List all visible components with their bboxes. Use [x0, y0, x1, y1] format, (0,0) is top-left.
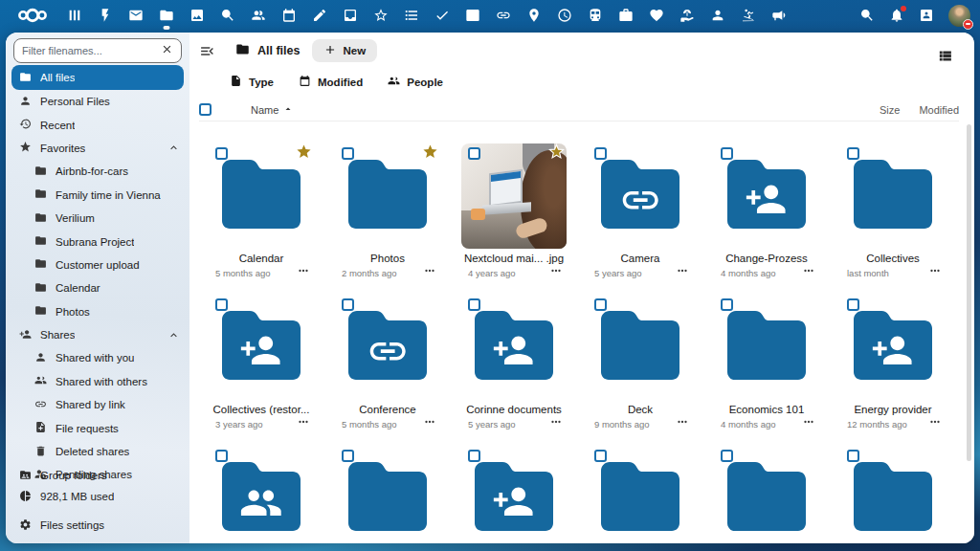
file-actions-menu[interactable] — [549, 415, 563, 429]
modified-column-label[interactable]: Modified — [919, 104, 959, 116]
folder-tile[interactable]: Change-Prozess4 months ago — [703, 140, 830, 291]
sidebar-item-shared-with-you[interactable]: Shared with you — [6, 346, 189, 369]
select-checkbox[interactable] — [468, 298, 480, 311]
photos-app-icon[interactable] — [189, 8, 205, 23]
select-checkbox[interactable] — [721, 298, 733, 311]
activity-app-icon[interactable] — [98, 8, 113, 23]
calendar-app-icon[interactable] — [281, 8, 297, 23]
file-actions-menu[interactable] — [297, 415, 310, 429]
filter-input[interactable] — [22, 45, 155, 56]
mail-app-icon[interactable] — [128, 8, 144, 23]
sidebar-item-recent[interactable]: Recent — [6, 113, 189, 136]
file-actions-menu[interactable] — [549, 264, 563, 277]
folder-tile[interactable]: Energy provider12 months ago — [830, 291, 956, 442]
sustainability-app-icon[interactable] — [679, 8, 695, 23]
user-avatar[interactable] — [948, 5, 970, 27]
transit-app-icon[interactable] — [588, 8, 603, 23]
sidebar-item-shared-by-link[interactable]: Shared by link — [6, 393, 189, 416]
breadcrumb[interactable]: All files — [235, 42, 300, 59]
file-actions-menu[interactable] — [928, 264, 942, 277]
folder-tile[interactable] — [830, 442, 956, 543]
notes-app-icon[interactable] — [312, 8, 327, 23]
sidebar-item-files-settings[interactable]: Files settings — [6, 513, 189, 538]
dashboard-app-icon[interactable] — [67, 8, 82, 23]
select-checkbox[interactable] — [468, 450, 480, 462]
select-checkbox[interactable] — [594, 450, 607, 462]
select-checkbox[interactable] — [342, 298, 354, 311]
select-checkbox[interactable] — [342, 450, 354, 462]
scrollbar[interactable] — [967, 124, 971, 461]
select-checkbox[interactable] — [721, 147, 733, 160]
folder-tile[interactable] — [324, 442, 451, 543]
select-checkbox[interactable] — [594, 147, 607, 160]
select-all-checkbox[interactable] — [199, 103, 212, 116]
sidebar-item-airbnb-for-cars[interactable]: Airbnb-for-cars — [6, 160, 189, 183]
file-actions-menu[interactable] — [423, 264, 436, 277]
select-checkbox[interactable] — [215, 298, 228, 311]
folder-tile[interactable] — [198, 442, 324, 543]
new-button[interactable]: New — [312, 39, 377, 62]
nextcloud-logo-icon[interactable] — [13, 5, 52, 26]
chevron-up-icon[interactable] — [167, 142, 180, 154]
sidebar-item-deleted-shares[interactable]: Deleted shares — [6, 440, 189, 463]
tables-app-icon[interactable] — [465, 8, 480, 23]
collectives-app-icon[interactable] — [373, 8, 389, 23]
sort-by-name[interactable]: Name — [251, 103, 294, 117]
folder-tile[interactable]: Camera5 years ago — [577, 140, 703, 291]
filter-chip-modified[interactable]: Modified — [299, 75, 363, 89]
contacts-menu-icon[interactable] — [919, 8, 934, 23]
announcements-app-icon[interactable] — [771, 8, 787, 23]
file-actions-menu[interactable] — [802, 415, 815, 429]
passwords-app-icon[interactable] — [496, 8, 511, 23]
notifications-icon[interactable] — [889, 8, 904, 23]
folder-tile[interactable]: Collectiveslast month — [830, 140, 956, 291]
file-actions-menu[interactable] — [802, 264, 815, 277]
search-app-app-icon[interactable] — [220, 8, 235, 23]
folder-tile[interactable]: Calendar5 months ago — [198, 140, 324, 291]
sidebar-item-subrana-project[interactable]: Subrana Project — [6, 230, 189, 253]
sidebar-item-customer-upload[interactable]: Customer upload — [6, 253, 189, 276]
file-actions-menu[interactable] — [297, 264, 310, 277]
filter-chip-people[interactable]: People — [388, 75, 443, 89]
sidebar-item-family-time-in-vienna[interactable]: Family time in Vienna — [6, 184, 189, 207]
folder-tile[interactable]: Conference5 months ago — [324, 291, 451, 442]
search-icon[interactable] — [859, 8, 875, 23]
size-column-label[interactable]: Size — [880, 104, 900, 116]
chevron-up-icon[interactable] — [167, 329, 180, 342]
sidebar-item-shares[interactable]: Shares — [6, 323, 189, 346]
file-actions-menu[interactable] — [676, 264, 689, 277]
file-actions-menu[interactable] — [423, 415, 436, 429]
sidebar-item-calendar[interactable]: Calendar — [6, 276, 189, 299]
sidebar-item-group-folders[interactable]: Group folders — [6, 465, 189, 486]
sidebar-item-all-files[interactable]: All files — [11, 65, 184, 90]
contacts-app-icon[interactable] — [251, 8, 266, 23]
tasks-app-icon[interactable] — [404, 8, 419, 23]
folder-tile[interactable]: Collectives (restor...3 years ago — [198, 291, 324, 442]
folder-tile[interactable]: Economics 1014 months ago — [703, 291, 830, 442]
select-checkbox[interactable] — [847, 298, 859, 311]
files-app-icon[interactable] — [159, 8, 174, 23]
select-checkbox[interactable] — [594, 298, 607, 311]
work-app-icon[interactable] — [618, 8, 634, 23]
sidebar-toggle-icon[interactable] — [199, 43, 215, 59]
sidebar-item-photos[interactable]: Photos — [6, 300, 189, 323]
sidebar-item-verilium[interactable]: Verilium — [6, 207, 189, 230]
select-checkbox[interactable] — [215, 147, 228, 160]
sports-app-icon[interactable] — [741, 8, 756, 23]
sidebar-item-favorites[interactable]: Favorites — [6, 137, 189, 160]
select-checkbox[interactable] — [847, 147, 859, 160]
folder-tile[interactable]: Photos2 months ago — [324, 140, 451, 291]
clear-filter-icon[interactable] — [161, 42, 173, 59]
file-actions-menu[interactable] — [676, 415, 689, 429]
folder-tile[interactable]: Deck9 months ago — [577, 291, 703, 442]
folder-tile[interactable]: Corinne documents5 years ago — [451, 291, 577, 442]
folder-tile[interactable] — [451, 442, 577, 543]
select-checkbox[interactable] — [342, 147, 354, 160]
select-checkbox[interactable] — [721, 450, 733, 462]
sidebar-item-personal-files[interactable]: Personal Files — [6, 90, 189, 113]
deck-app-icon[interactable] — [343, 8, 358, 23]
monitoring-app-icon[interactable] — [557, 8, 572, 23]
user-app-icon[interactable] — [710, 8, 725, 23]
health-app-icon[interactable] — [649, 8, 664, 23]
filter-chip-type[interactable]: Type — [230, 75, 274, 89]
